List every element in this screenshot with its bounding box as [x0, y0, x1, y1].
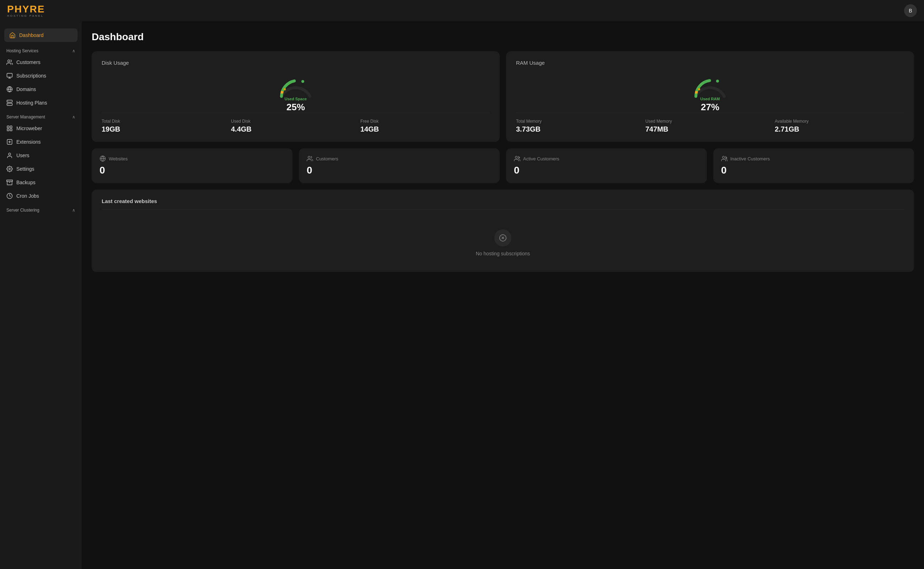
- disk-free-stat: Free Disk 14GB: [360, 119, 490, 133]
- ram-total-label: Total Memory: [516, 119, 645, 124]
- sidebar-item-dashboard[interactable]: Dashboard: [4, 29, 77, 42]
- disk-used-label: Used Disk: [231, 119, 360, 124]
- sidebar-item-subscriptions[interactable]: Subscriptions: [0, 69, 82, 82]
- svg-rect-20: [281, 91, 283, 94]
- websites-counter-card: Websites 0: [92, 148, 293, 183]
- ram-available-stat: Available Memory 2.71GB: [775, 119, 904, 133]
- users-counter-icon: [307, 155, 313, 162]
- sidebar-item-settings-label: Settings: [16, 166, 35, 172]
- svg-rect-8: [7, 126, 9, 128]
- sidebar-item-cron-jobs-label: Cron Jobs: [16, 193, 39, 199]
- globe-counter-icon: [100, 155, 106, 162]
- empty-state: No hosting subscriptions: [102, 215, 904, 263]
- sidebar-item-extensions[interactable]: Extensions: [0, 135, 82, 149]
- archive-icon: [6, 179, 13, 186]
- globe-icon: [6, 86, 13, 93]
- sidebar-item-customers-label: Customers: [16, 59, 41, 65]
- ram-gauge-percent: 27%: [701, 102, 719, 113]
- customers-counter-value: 0: [307, 165, 492, 176]
- active-customers-counter-header: Active Customers: [514, 155, 699, 162]
- websites-counter-label: Websites: [109, 156, 127, 161]
- sidebar-item-backups-label: Backups: [16, 180, 35, 185]
- user-avatar[interactable]: B: [904, 4, 917, 17]
- x-circle-icon: [494, 230, 511, 246]
- sidebar-item-users[interactable]: Users: [0, 149, 82, 162]
- active-customers-counter-label: Active Customers: [523, 156, 559, 161]
- disk-gauge-svg: [276, 72, 315, 98]
- disk-total-stat: Total Disk 19GB: [102, 119, 231, 133]
- ram-gauge-svg: [690, 72, 730, 98]
- chevron-up-icon: [72, 49, 75, 53]
- sidebar-item-dashboard-label: Dashboard: [19, 32, 44, 38]
- sidebar-section-hosting-services[interactable]: Hosting Services: [0, 43, 82, 55]
- sidebar-item-customers[interactable]: Customers: [0, 55, 82, 69]
- sidebar-item-backups[interactable]: Backups: [0, 176, 82, 189]
- last-created-websites-title: Last created websites: [102, 198, 904, 210]
- ram-gauge-label: Used RAM: [700, 97, 720, 101]
- inactive-customers-counter-value: 0: [721, 165, 906, 176]
- usage-cards-row: Disk Usage Used Space: [92, 51, 914, 142]
- svg-rect-10: [10, 129, 12, 131]
- disk-total-value: 19GB: [102, 125, 231, 133]
- clock-icon: [6, 193, 13, 199]
- inactive-customers-counter-card: Inactive Customers 0: [713, 148, 914, 183]
- svg-rect-23: [695, 91, 698, 94]
- logo-subtitle: HOSTING PANEL: [7, 14, 44, 17]
- ram-gauge-wrapper: Used RAM 27%: [516, 72, 904, 113]
- last-created-websites-card: Last created websites No hosting subscri…: [92, 190, 914, 272]
- chevron-up-icon-2: [72, 114, 75, 120]
- sidebar-item-users-label: Users: [16, 152, 29, 158]
- inactive-customers-counter-header: Inactive Customers: [721, 155, 906, 162]
- layout: Dashboard Hosting Services Customers: [0, 21, 924, 569]
- sidebar-item-domains[interactable]: Domains: [0, 82, 82, 96]
- sidebar-section-server-clustering-label: Server Clustering: [6, 208, 39, 213]
- customers-counter-header: Customers: [307, 155, 492, 162]
- svg-rect-17: [7, 180, 13, 181]
- svg-rect-11: [7, 129, 9, 131]
- ram-total-value: 3.73GB: [516, 125, 645, 133]
- disk-gauge-percent: 25%: [287, 102, 305, 113]
- sidebar: Dashboard Hosting Services Customers: [0, 21, 82, 569]
- sidebar-item-extensions-label: Extensions: [16, 139, 41, 145]
- sidebar-item-hosting-plans-label: Hosting Plans: [16, 100, 47, 106]
- disk-total-label: Total Disk: [102, 119, 231, 124]
- sidebar-item-cron-jobs[interactable]: Cron Jobs: [0, 189, 82, 203]
- ram-usage-title: RAM Usage: [516, 60, 904, 66]
- empty-text: No hosting subscriptions: [476, 251, 530, 256]
- settings-icon: [6, 166, 13, 172]
- websites-counter-header: Websites: [100, 155, 285, 162]
- sidebar-item-hosting-plans[interactable]: Hosting Plans: [0, 96, 82, 110]
- svg-rect-5: [7, 103, 12, 106]
- disk-stats-row: Total Disk 19GB Used Disk 4.4GB Free Dis…: [102, 113, 490, 133]
- active-customers-counter-card: Active Customers 0: [506, 148, 707, 183]
- sidebar-item-subscriptions-label: Subscriptions: [16, 73, 46, 79]
- users-icon: [6, 59, 13, 65]
- sidebar-item-domains-label: Domains: [16, 87, 36, 92]
- svg-rect-24: [698, 88, 700, 90]
- websites-counter-value: 0: [100, 165, 285, 176]
- user-icon: [6, 152, 13, 158]
- disk-free-label: Free Disk: [360, 119, 490, 124]
- ram-used-label: Used Memory: [645, 119, 775, 124]
- server-icon: [6, 100, 13, 106]
- plus-square-icon: [6, 139, 13, 145]
- page-title: Dashboard: [92, 31, 914, 43]
- sidebar-item-microweber[interactable]: Microweber: [0, 122, 82, 135]
- sidebar-section-server-clustering[interactable]: Server Clustering: [0, 203, 82, 215]
- sidebar-item-microweber-label: Microweber: [16, 126, 42, 131]
- sidebar-section-server-management[interactable]: Server Management: [0, 110, 82, 122]
- main-content: Dashboard Disk Usage: [82, 21, 924, 569]
- svg-rect-9: [10, 126, 12, 128]
- ram-available-label: Available Memory: [775, 119, 904, 124]
- inactive-customers-counter-label: Inactive Customers: [730, 156, 770, 161]
- sidebar-section-server-management-label: Server Management: [6, 114, 45, 120]
- svg-point-16: [9, 168, 11, 170]
- tag-icon: [6, 73, 13, 79]
- disk-used-stat: Used Disk 4.4GB: [231, 119, 360, 133]
- disk-gauge-label: Used Space: [285, 97, 307, 101]
- svg-rect-1: [7, 73, 12, 77]
- sidebar-item-settings[interactable]: Settings: [0, 162, 82, 176]
- ram-stats-row: Total Memory 3.73GB Used Memory 747MB Av…: [516, 113, 904, 133]
- svg-point-0: [8, 60, 10, 62]
- svg-point-30: [722, 156, 725, 158]
